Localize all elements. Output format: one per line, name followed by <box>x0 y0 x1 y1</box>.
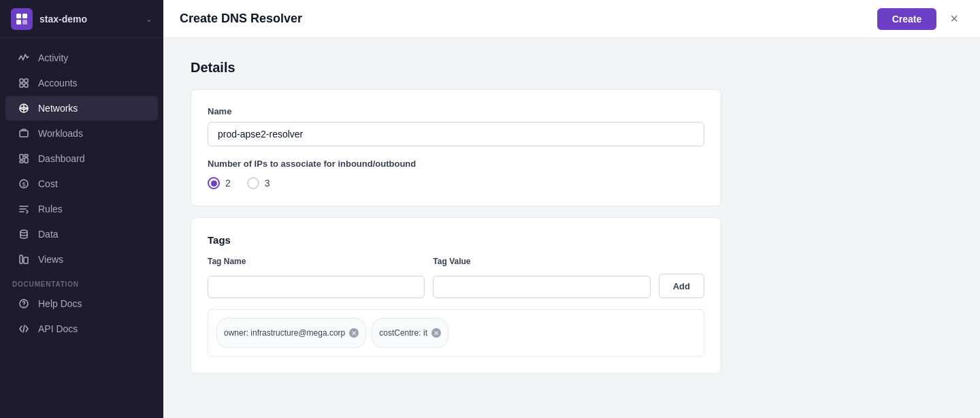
svg-rect-10 <box>20 131 28 137</box>
radio-label-2: 2 <box>225 178 231 189</box>
dashboard-icon <box>18 152 30 165</box>
tag-name-label: Tag Name <box>208 257 425 266</box>
details-section-title: Details <box>191 60 953 76</box>
tag-name-group: Tag Name <box>208 257 425 298</box>
sidebar: stax-demo ⌄ Activity Accounts Networks <box>0 0 163 418</box>
tag-chip-owner: owner: infrastructure@mega.corp ✕ <box>216 318 366 348</box>
tag-chip-costcentre: costCentre: it ✕ <box>372 318 448 348</box>
remove-tag-owner-button[interactable]: ✕ <box>349 328 359 338</box>
views-icon <box>18 253 30 266</box>
sidebar-item-views[interactable]: Views <box>5 247 158 272</box>
sidebar-item-help-docs[interactable]: Help Docs <box>5 291 158 316</box>
tag-chip-costcentre-text: costCentre: it <box>379 328 427 338</box>
tag-fields: Tag Name Tag Value Add <box>208 257 704 298</box>
svg-rect-14 <box>24 155 28 157</box>
details-card: Name Number of IPs to associate for inbo… <box>191 89 721 206</box>
svg-rect-7 <box>24 84 28 87</box>
sidebar-nav: Activity Accounts Networks Workloads <box>0 38 163 418</box>
cost-icon: $ <box>18 178 30 190</box>
documentation-section-label: DOCUMENTATION <box>0 272 163 291</box>
api-icon <box>18 323 30 335</box>
activity-icon <box>18 52 30 64</box>
page-title: Create DNS Resolver <box>180 12 302 26</box>
tag-value-label: Tag Value <box>433 257 650 266</box>
svg-rect-19 <box>24 257 28 263</box>
app-name: stax-demo <box>39 14 146 25</box>
sidebar-item-rules[interactable]: Rules <box>5 197 158 221</box>
tag-value-group: Tag Value <box>433 257 650 298</box>
main-panel: Create DNS Resolver Create × Details Nam… <box>163 0 980 418</box>
name-label: Name <box>208 106 704 116</box>
svg-rect-6 <box>20 84 23 87</box>
radio-options: 2 3 <box>208 177 704 189</box>
help-icon <box>18 298 30 310</box>
sidebar-header: stax-demo ⌄ <box>0 0 163 38</box>
topbar-actions: Create × <box>877 8 964 30</box>
tag-name-input[interactable] <box>208 276 425 298</box>
svg-rect-18 <box>20 255 22 263</box>
topbar: Create DNS Resolver Create × <box>163 0 980 38</box>
tags-card: Tags Tag Name Tag Value Add owner: infra… <box>191 217 721 374</box>
svg-rect-13 <box>20 161 23 163</box>
sidebar-item-activity[interactable]: Activity <box>5 46 158 70</box>
data-icon <box>18 228 30 240</box>
svg-rect-5 <box>24 79 28 82</box>
tag-chip-owner-text: owner: infrastructure@mega.corp <box>224 328 345 338</box>
sidebar-item-dashboard[interactable]: Dashboard <box>5 146 158 171</box>
sidebar-item-api-docs[interactable]: API Docs <box>5 317 158 341</box>
tags-title: Tags <box>208 234 704 246</box>
svg-rect-0 <box>16 14 21 18</box>
rules-icon <box>18 203 30 215</box>
radio-circle-3 <box>247 177 259 189</box>
close-button[interactable]: × <box>945 8 964 29</box>
radio-option-3[interactable]: 3 <box>247 177 270 189</box>
tags-list: owner: infrastructure@mega.corp ✕ costCe… <box>208 309 704 357</box>
networks-icon <box>18 102 30 114</box>
name-input[interactable] <box>208 122 704 146</box>
radio-label-3: 3 <box>265 178 270 189</box>
app-logo <box>11 8 33 30</box>
svg-rect-3 <box>22 20 27 25</box>
sidebar-item-accounts[interactable]: Accounts <box>5 71 158 95</box>
svg-point-21 <box>23 306 24 306</box>
svg-rect-1 <box>22 14 27 18</box>
ip-label: Number of IPs to associate for inbound/o… <box>208 159 704 169</box>
content-area: Details Name Number of IPs to associate … <box>163 38 980 418</box>
sidebar-item-networks[interactable]: Networks <box>5 96 158 120</box>
radio-option-2[interactable]: 2 <box>208 177 231 189</box>
accounts-icon <box>18 77 30 89</box>
add-tag-button[interactable]: Add <box>659 274 704 298</box>
radio-circle-2 <box>208 177 220 189</box>
ip-radio-group: Number of IPs to associate for inbound/o… <box>208 159 704 189</box>
sidebar-item-cost[interactable]: $ Cost <box>5 172 158 196</box>
svg-line-22 <box>23 325 24 332</box>
svg-rect-4 <box>20 79 23 82</box>
svg-rect-12 <box>24 158 28 163</box>
remove-tag-costcentre-button[interactable]: ✕ <box>431 328 441 338</box>
sidebar-item-data[interactable]: Data <box>5 222 158 246</box>
chevron-down-icon[interactable]: ⌄ <box>146 14 152 24</box>
workloads-icon <box>18 127 30 140</box>
sidebar-item-workloads[interactable]: Workloads <box>5 121 158 146</box>
svg-text:$: $ <box>22 181 26 188</box>
svg-rect-2 <box>16 20 21 25</box>
svg-rect-11 <box>20 155 23 159</box>
tag-value-input[interactable] <box>433 276 650 298</box>
create-button[interactable]: Create <box>877 8 937 30</box>
svg-point-17 <box>20 230 27 233</box>
